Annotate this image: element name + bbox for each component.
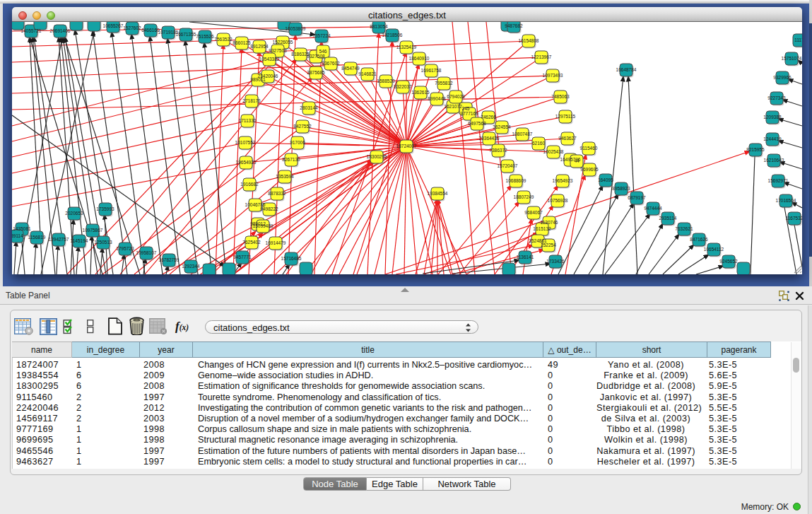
svg-text:7515526: 7515526: [196, 34, 214, 39]
svg-text:6879197: 6879197: [628, 195, 646, 200]
svg-text:1292344: 1292344: [182, 264, 200, 269]
svg-text:11325419: 11325419: [396, 45, 417, 49]
svg-text:8912954: 8912954: [250, 44, 269, 49]
svg-text:2367602: 2367602: [322, 61, 340, 66]
svg-text:9327508: 9327508: [307, 54, 325, 59]
svg-text:19384554: 19384554: [428, 191, 448, 196]
svg-text:8813054: 8813054: [370, 24, 388, 29]
svg-text:44: 44: [574, 158, 579, 163]
svg-text:9498222: 9498222: [260, 206, 278, 211]
svg-text:1733426: 1733426: [546, 259, 565, 264]
svg-text:1250513: 1250513: [94, 240, 112, 245]
svg-text:1527602: 1527602: [123, 25, 141, 30]
svg-text:9329966: 9329966: [773, 75, 792, 80]
svg-text:1795723: 1795723: [116, 246, 134, 251]
svg-text:1435081: 1435081: [13, 226, 31, 231]
svg-text:8267130: 8267130: [282, 157, 300, 162]
svg-text:16210643: 16210643: [764, 158, 784, 163]
svg-text:8990448: 8990448: [428, 96, 446, 101]
svg-text:19654925: 19654925: [236, 160, 257, 165]
svg-text:10688609: 10688609: [506, 178, 526, 183]
svg-text:19218506: 19218506: [382, 33, 403, 37]
svg-text:1209388: 1209388: [763, 115, 782, 119]
svg-text:7632621: 7632621: [675, 226, 693, 231]
svg-text:20691406: 20691406: [50, 28, 71, 33]
svg-text:16648784: 16648784: [616, 67, 637, 72]
svg-text:10973493: 10973493: [543, 73, 563, 78]
svg-text:9474444: 9474444: [644, 206, 662, 211]
svg-text:2020653: 2020653: [65, 211, 83, 216]
svg-text:9684067: 9684067: [524, 210, 543, 215]
svg-text:6794028: 6794028: [447, 94, 465, 99]
svg-text:20364436: 20364436: [479, 136, 500, 141]
svg-text:19654923: 19654923: [553, 178, 573, 183]
svg-text:8958923: 8958923: [612, 186, 630, 191]
svg-text:15716485: 15716485: [281, 256, 302, 261]
svg-text:1588520: 1588520: [377, 78, 395, 83]
svg-text:546: 546: [319, 49, 327, 54]
svg-text:1353594: 1353594: [276, 174, 294, 179]
svg-text:10807487: 10807487: [512, 132, 533, 136]
svg-text:1615132: 1615132: [533, 226, 551, 231]
svg-text:10025438: 10025438: [543, 149, 564, 154]
svg-text:1362615: 1362615: [411, 90, 430, 95]
svg-text:12213967: 12213967: [531, 54, 552, 59]
svg-text:16914479: 16914479: [266, 240, 286, 245]
svg-text:1156819: 1156819: [28, 235, 46, 240]
svg-text:10958107: 10958107: [136, 250, 157, 255]
svg-text:2803144: 2803144: [300, 105, 318, 110]
svg-text:10654112: 10654112: [704, 247, 724, 252]
svg-text:10756928: 10756928: [548, 198, 568, 203]
svg-text:16053809: 16053809: [286, 26, 306, 31]
svg-text:1735993: 1735993: [96, 206, 114, 211]
svg-text:2935114: 2935114: [659, 216, 677, 221]
svg-text:917006: 917006: [290, 140, 305, 145]
svg-text:1120746: 1120746: [541, 220, 558, 225]
svg-text:8471626: 8471626: [690, 237, 708, 242]
svg-text:18807249: 18807249: [514, 194, 534, 199]
svg-text:15099489: 15099489: [253, 223, 273, 228]
svg-text:8427552: 8427552: [293, 124, 312, 129]
svg-text:10975867: 10975867: [83, 228, 103, 233]
svg-text:1244419: 1244419: [763, 136, 782, 141]
svg-text:8878332: 8878332: [268, 191, 286, 196]
svg-text:6466160: 6466160: [141, 28, 160, 33]
svg-text:9245652: 9245652: [719, 259, 738, 264]
svg-text:9146821: 9146821: [358, 71, 377, 76]
svg-text:9487682: 9487682: [505, 23, 523, 28]
svg-text:12942757: 12942757: [49, 237, 69, 242]
svg-text:3624554: 3624554: [493, 124, 511, 129]
svg-text:17016504: 17016504: [776, 198, 796, 203]
svg-text:15720407: 15720407: [498, 163, 518, 168]
svg-text:746266: 746266: [481, 115, 496, 119]
svg-text:16154808: 16154808: [519, 38, 539, 43]
svg-text:7357224: 7357224: [312, 33, 331, 38]
svg-text:7386372: 7386372: [489, 148, 507, 153]
svg-text:16671355: 16671355: [176, 32, 196, 37]
svg-text:16782759: 16782759: [159, 257, 180, 262]
svg-text:9327503: 9327503: [269, 48, 287, 53]
svg-text:15692971: 15692971: [768, 178, 789, 183]
svg-text:7955812: 7955812: [435, 81, 453, 86]
svg-text:1117: 1117: [794, 37, 802, 42]
svg-text:9463627: 9463627: [558, 136, 577, 141]
svg-text:62160: 62160: [532, 141, 545, 146]
svg-text:164095: 164095: [598, 177, 613, 182]
svg-text:18640910: 18640910: [409, 56, 430, 61]
svg-text:3875685: 3875685: [307, 70, 325, 75]
svg-text:9699695: 9699695: [580, 167, 599, 172]
svg-text:39114: 39114: [12, 233, 23, 238]
svg-text:9227343: 9227343: [767, 95, 786, 100]
svg-text:1136141: 1136141: [517, 255, 534, 259]
svg-text:16961758: 16961758: [421, 68, 442, 73]
svg-text:10655267: 10655267: [103, 23, 124, 28]
svg-text:8322037: 8322037: [394, 84, 412, 89]
svg-text:1916682: 1916682: [240, 182, 259, 187]
svg-text:1167532: 1167532: [786, 216, 802, 221]
svg-text:1711330: 1711330: [239, 118, 257, 123]
svg-text:10543382: 10543382: [259, 57, 280, 62]
svg-text:15226055: 15226055: [273, 40, 293, 45]
svg-text:6497568: 6497568: [468, 121, 486, 126]
svg-text:9115460: 9115460: [580, 146, 598, 151]
svg-text:8454749: 8454749: [341, 66, 360, 71]
